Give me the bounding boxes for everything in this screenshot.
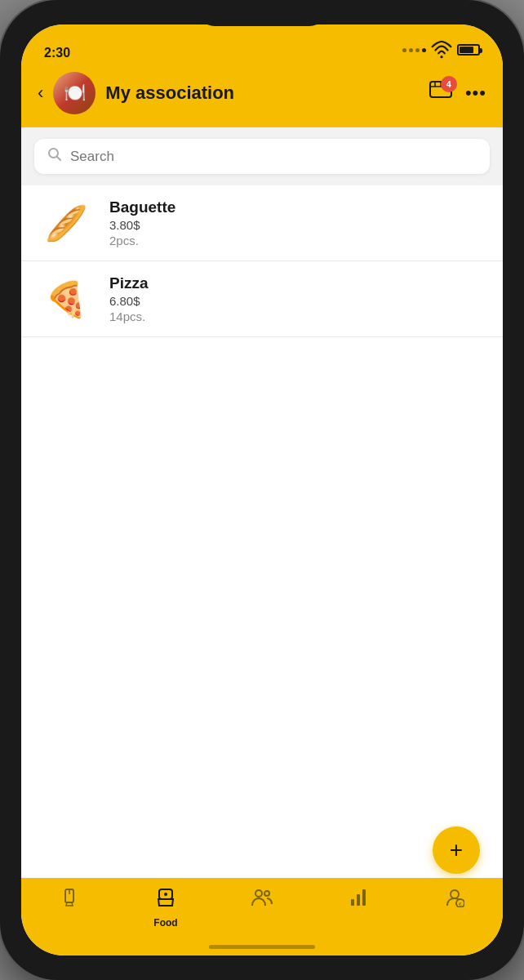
svg-line-7 xyxy=(57,157,61,161)
svg-text:€: € xyxy=(459,902,462,907)
bottom-nav: Food€ xyxy=(21,878,503,956)
nav-item-members[interactable] xyxy=(238,888,286,912)
items-list: 🥖 Baguette 3.80$ 2pcs. 🍕 Pizza 6.80$ 14p… xyxy=(21,185,503,878)
nav-icon-stats xyxy=(349,888,368,912)
nav-item-drinks[interactable] xyxy=(45,888,94,912)
svg-rect-16 xyxy=(362,889,366,906)
fab-button[interactable]: + xyxy=(433,826,480,874)
wifi-icon xyxy=(431,39,452,60)
list-item[interactable]: 🥖 Baguette 3.80$ 2pcs. xyxy=(21,185,503,261)
search-box xyxy=(34,139,490,174)
header-actions: 4 ••• xyxy=(429,81,486,105)
svg-point-17 xyxy=(451,890,459,898)
nav-icon-food xyxy=(155,888,176,914)
back-button[interactable]: ‹ xyxy=(38,84,43,102)
item-info: Baguette 3.80$ 2pcs. xyxy=(109,198,175,247)
battery-icon xyxy=(457,44,480,56)
avatar: 🍽️ xyxy=(53,72,95,114)
search-icon xyxy=(47,147,62,166)
nav-icon-account: € xyxy=(445,888,464,912)
list-item[interactable]: 🍕 Pizza 6.80$ 14pcs. xyxy=(21,261,503,337)
item-image: 🥖 xyxy=(38,203,95,243)
search-input[interactable] xyxy=(70,149,477,165)
item-info: Pizza 6.80$ 14pcs. xyxy=(109,274,149,323)
item-qty: 14pcs. xyxy=(109,310,149,323)
app-header: ‹ 🍽️ My association 4 xyxy=(21,65,503,127)
nav-item-food[interactable]: Food xyxy=(141,888,190,929)
svg-point-0 xyxy=(440,56,442,58)
phone-screen: 2:30 xyxy=(21,24,503,956)
more-button[interactable]: ••• xyxy=(465,82,486,104)
item-name: Baguette xyxy=(109,198,175,216)
home-indicator xyxy=(209,945,315,949)
battery-level xyxy=(460,47,473,53)
svg-point-13 xyxy=(264,891,269,896)
item-name: Pizza xyxy=(109,274,149,292)
svg-rect-15 xyxy=(357,894,360,906)
search-container xyxy=(21,127,503,185)
item-qty: 2pcs. xyxy=(109,234,175,247)
signal-icon xyxy=(402,48,426,52)
header-title: My association xyxy=(105,82,420,104)
status-icons xyxy=(402,39,480,60)
nav-label-food: Food xyxy=(153,917,177,929)
notification-button[interactable]: 4 xyxy=(429,81,452,105)
main-content: 🥖 Baguette 3.80$ 2pcs. 🍕 Pizza 6.80$ 14p… xyxy=(21,127,503,878)
notification-badge: 4 xyxy=(441,76,457,92)
svg-rect-14 xyxy=(351,899,354,906)
nav-icon-members xyxy=(251,888,273,912)
nav-item-stats[interactable] xyxy=(334,888,383,912)
nav-icon-drinks xyxy=(60,888,79,912)
item-image: 🍕 xyxy=(38,278,95,319)
item-price: 3.80$ xyxy=(109,218,175,232)
status-bar: 2:30 xyxy=(21,24,503,65)
svg-point-11 xyxy=(164,893,167,896)
nav-item-account[interactable]: € xyxy=(430,888,479,912)
svg-point-12 xyxy=(255,890,262,897)
status-time: 2:30 xyxy=(44,46,70,60)
notch xyxy=(197,0,327,26)
item-price: 6.80$ xyxy=(109,294,149,308)
phone-frame: 2:30 xyxy=(0,0,524,980)
